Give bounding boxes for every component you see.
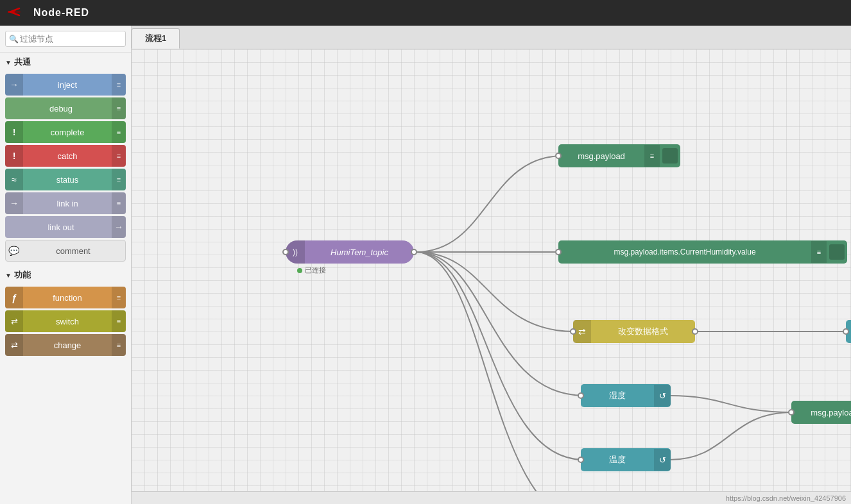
content-area: 流程1 bbox=[132, 26, 851, 504]
flow-node-msg-payload-items[interactable]: msg.payload.items.CurrentHumidity.value … bbox=[558, 240, 847, 264]
sidebar-item-function[interactable]: ƒ function ≡ bbox=[5, 287, 126, 308]
debug-icon-right: ≡ bbox=[112, 97, 126, 119]
sidebar-item-inject[interactable]: → inject ≡ bbox=[5, 74, 126, 96]
function-icon-left: ƒ bbox=[5, 287, 23, 308]
linkout-label: link out bbox=[5, 216, 112, 238]
tab-bar: 流程1 bbox=[132, 26, 851, 49]
app-title: Node-RED bbox=[33, 7, 89, 19]
msg-payload-items-port-left bbox=[555, 249, 562, 255]
msg-payload-items-menu-icon: ≡ bbox=[811, 241, 827, 263]
connected-dot bbox=[297, 268, 302, 273]
catch-icon-right: ≡ bbox=[112, 145, 126, 167]
status-label: status bbox=[23, 169, 112, 190]
linkin-label: link in bbox=[23, 192, 112, 214]
logo-icon bbox=[8, 6, 28, 20]
temp-2-label: 温度 bbox=[581, 454, 654, 466]
flow-node-display-humidity[interactable]: 显示湿度 📈 bbox=[846, 320, 851, 343]
tab-flow1[interactable]: 流程1 bbox=[132, 28, 180, 49]
change-icon-left: ⇄ bbox=[5, 334, 23, 356]
catch-icon-left: ! bbox=[5, 145, 23, 167]
connected-text: 已连接 bbox=[305, 265, 326, 275]
change-format-1-port-right bbox=[692, 328, 698, 335]
sidebar-item-catch[interactable]: ! catch ≡ bbox=[5, 145, 126, 167]
humitem-label: HumiTem_topic bbox=[305, 248, 414, 257]
sidebar-item-change[interactable]: ⇄ change ≡ bbox=[5, 334, 126, 356]
sidebar-item-comment[interactable]: 💬 comment bbox=[5, 240, 126, 262]
msg-payload-1-menu-icon: ≡ bbox=[644, 145, 660, 167]
switch-icon-left: ⇄ bbox=[5, 310, 23, 332]
msg-payload-items-label: msg.payload.items.CurrentHumidity.value bbox=[558, 248, 811, 256]
sidebar-item-status[interactable]: ≈ status ≡ bbox=[5, 169, 126, 190]
flow-canvas[interactable]: )) HumiTem_topic 已连接 msg.payload ≡ msg.p… bbox=[132, 49, 851, 491]
debug-label: debug bbox=[5, 97, 112, 119]
change-icon-right: ≡ bbox=[112, 334, 126, 356]
section-label-common: 共通 bbox=[14, 56, 31, 68]
complete-icon-left: ! bbox=[5, 121, 23, 143]
complete-icon-right: ≡ bbox=[112, 121, 126, 143]
change-format-1-port-left bbox=[570, 328, 576, 335]
connections-svg bbox=[132, 49, 851, 491]
inject-icon-left: → bbox=[5, 74, 23, 96]
comment-icon: 💬 bbox=[6, 240, 21, 262]
function-label: function bbox=[23, 287, 112, 308]
catch-label: catch bbox=[23, 145, 112, 167]
comment-label: comment bbox=[21, 240, 125, 262]
section-label-functional: 功能 bbox=[14, 269, 31, 281]
logo: Node-RED bbox=[8, 6, 89, 20]
search-input[interactable] bbox=[5, 31, 126, 47]
flow-node-temp-2[interactable]: 温度 ↺ bbox=[581, 448, 671, 471]
msg-payload-1-square bbox=[662, 148, 678, 164]
msg-payload-2-label: msg.payload bbox=[791, 408, 851, 417]
section-header-functional[interactable]: ▼ 功能 bbox=[0, 265, 131, 285]
switch-icon-right: ≡ bbox=[112, 310, 126, 332]
humidity-1-port-left bbox=[578, 392, 584, 399]
linkin-icon-right: ≡ bbox=[112, 192, 126, 214]
humitem-port-right bbox=[411, 249, 417, 255]
change-format-1-label: 改变数据格式 bbox=[591, 326, 695, 337]
status-bar: https://blog.csdn.net/weixin_42457906 bbox=[132, 491, 851, 504]
search-box[interactable]: 🔍 bbox=[0, 26, 131, 53]
status-icon-left: ≈ bbox=[5, 169, 23, 190]
inject-icon-right: ≡ bbox=[112, 74, 126, 96]
sidebar-item-linkout[interactable]: link out → bbox=[5, 216, 126, 238]
humidity-1-label: 湿度 bbox=[581, 390, 654, 401]
linkout-icon-right: → bbox=[112, 216, 126, 238]
status-url: https://blog.csdn.net/weixin_42457906 bbox=[726, 494, 846, 502]
search-icon: 🔍 bbox=[9, 35, 19, 44]
sidebar-item-complete[interactable]: ! complete ≡ bbox=[5, 121, 126, 143]
status-icon-right: ≡ bbox=[112, 169, 126, 190]
flow-node-msg-payload-1[interactable]: msg.payload ≡ bbox=[558, 144, 680, 167]
inject-label: inject bbox=[23, 74, 112, 96]
flow-node-change-format-1[interactable]: ⇄ 改变数据格式 bbox=[573, 320, 695, 343]
change-label: change bbox=[23, 334, 112, 356]
sidebar-scroll[interactable]: ▼ 共通 → inject ≡ debug ≡ ! complete ≡ bbox=[0, 53, 131, 504]
sidebar: 🔍 ▼ 共通 → inject ≡ debug ≡ ! c bbox=[0, 26, 132, 504]
msg-payload-items-square bbox=[829, 244, 845, 260]
msg-payload-1-port-left bbox=[555, 153, 562, 159]
chevron-functional: ▼ bbox=[5, 272, 12, 279]
section-header-common[interactable]: ▼ 共通 bbox=[0, 53, 131, 72]
flow-node-msg-payload-2[interactable]: msg.payload ≡ bbox=[791, 401, 851, 424]
temp-2-port-left bbox=[578, 457, 584, 463]
flow-node-humidity-1[interactable]: 湿度 ↺ bbox=[581, 384, 671, 407]
display-humidity-port-left bbox=[843, 328, 849, 335]
sidebar-item-linkin[interactable]: → link in ≡ bbox=[5, 192, 126, 214]
msg-payload-1-label: msg.payload bbox=[558, 151, 644, 161]
switch-label: switch bbox=[23, 310, 112, 332]
flow-node-humitem[interactable]: )) HumiTem_topic 已连接 bbox=[286, 240, 414, 264]
complete-label: complete bbox=[23, 121, 112, 143]
sidebar-item-debug[interactable]: debug ≡ bbox=[5, 97, 126, 119]
header: Node-RED bbox=[0, 0, 851, 26]
function-icon-right: ≡ bbox=[112, 287, 126, 308]
temp-2-icon-right: ↺ bbox=[654, 449, 671, 471]
connected-label: 已连接 bbox=[297, 265, 326, 275]
msg-payload-2-port-left bbox=[788, 409, 795, 416]
main-layout: 🔍 ▼ 共通 → inject ≡ debug ≡ ! c bbox=[0, 26, 851, 504]
linkin-icon-left: → bbox=[5, 192, 23, 214]
chevron-common: ▼ bbox=[5, 59, 12, 66]
sidebar-item-switch[interactable]: ⇄ switch ≡ bbox=[5, 310, 126, 332]
humidity-1-icon-right: ↺ bbox=[654, 385, 671, 407]
humitem-port-left bbox=[282, 249, 289, 255]
